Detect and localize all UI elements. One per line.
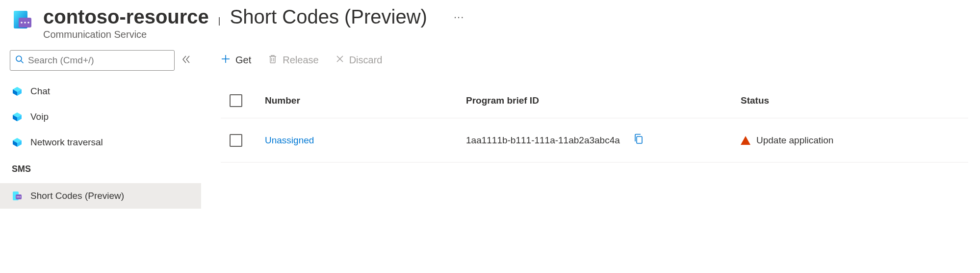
copy-icon[interactable] [634,134,644,147]
close-icon [335,55,344,66]
svg-point-21 [20,196,21,197]
resource-icon [12,9,33,33]
sidebar-item-label: Voip [30,111,49,122]
sidebar-item-label: Network traversal [30,137,103,148]
table-header-row: Number Program brief ID Status [221,83,968,118]
sidebar-item-chat[interactable]: Chat [0,79,201,104]
main-content: Get Release [201,45,980,209]
sidebar-item-label: Chat [30,86,50,97]
sidebar-item-label: Short Codes (Preview) [30,191,124,201]
status-value: Update application [756,135,833,146]
trash-icon [268,54,278,66]
number-link[interactable]: Unassigned [265,135,314,145]
program-brief-id-value: 1aa1111b-b111-111a-11ab2a3abc4a [466,135,620,146]
sidebar-item-network-traversal[interactable]: Network traversal [0,130,201,155]
collapse-sidebar-button[interactable] [181,55,191,67]
column-number[interactable]: Number [265,95,466,106]
toolbar: Get Release [221,52,968,83]
select-all-checkbox[interactable] [230,94,242,107]
cube-icon [12,137,23,148]
svg-point-6 [16,56,22,61]
svg-point-3 [21,22,23,24]
resource-name: contoso-resource [43,6,209,28]
svg-line-7 [21,61,24,63]
short-codes-table: Number Program brief ID Status Unassigne… [221,83,968,163]
page-header: contoso-resource | Short Codes (Preview)… [0,0,980,45]
svg-rect-28 [637,136,642,143]
search-box[interactable] [10,50,175,71]
search-icon [15,55,24,66]
resource-type-label: Communication Service [43,29,464,40]
search-input[interactable] [28,55,169,66]
sidebar-item-voip[interactable]: Voip [0,104,201,130]
svg-point-5 [27,22,29,24]
get-label: Get [235,55,251,66]
short-codes-icon [12,191,23,201]
column-program-brief-id[interactable]: Program brief ID [466,95,741,106]
release-button[interactable]: Release [268,52,318,68]
row-checkbox[interactable] [230,134,242,147]
plus-icon [221,54,231,66]
column-status[interactable]: Status [741,95,863,106]
get-button[interactable]: Get [221,52,251,68]
cube-icon [12,111,23,122]
svg-point-19 [17,196,18,197]
discard-button[interactable]: Discard [335,53,383,68]
sidebar-section-sms: SMS [0,155,201,177]
more-actions-button[interactable]: ··· [454,12,464,23]
release-label: Release [283,55,318,66]
warning-icon [741,136,750,145]
page-title: Short Codes (Preview) [230,6,427,28]
sidebar: Chat Voip [0,45,201,209]
sidebar-item-short-codes[interactable]: Short Codes (Preview) [0,183,201,209]
discard-label: Discard [349,55,383,66]
svg-point-4 [24,22,26,24]
cube-icon [12,86,23,97]
svg-point-20 [18,196,19,197]
table-row: Unassigned 1aa1111b-b111-111a-11ab2a3abc… [221,118,968,163]
